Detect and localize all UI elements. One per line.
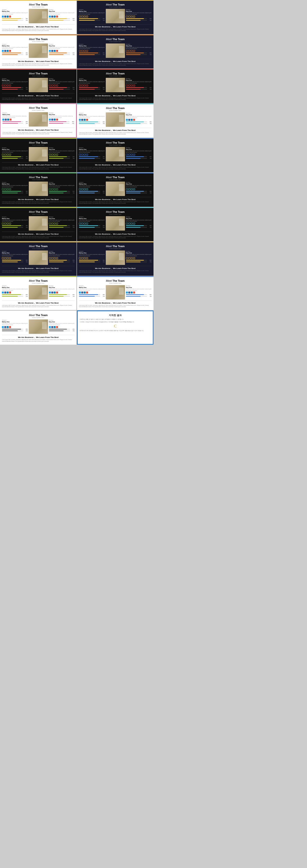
li-19[interactable]: in — [7, 326, 9, 328]
gp-14r[interactable]: g — [133, 223, 135, 224]
fb-18r[interactable]: f — [128, 291, 130, 293]
li-13[interactable]: in — [7, 223, 9, 224]
gp-19r[interactable]: g — [56, 326, 58, 328]
li-3r[interactable]: in — [54, 50, 56, 52]
facebook-icon-2[interactable]: f — [51, 16, 53, 18]
tw-6[interactable]: t — [79, 85, 81, 87]
li-11[interactable]: in — [7, 188, 9, 190]
fb-15[interactable]: f — [4, 257, 6, 259]
tw-12r[interactable]: t — [126, 188, 128, 190]
fb-8r[interactable]: f — [128, 119, 130, 121]
li-7r[interactable]: in — [54, 119, 56, 121]
li-15r[interactable]: in — [54, 257, 56, 259]
tw-8[interactable]: t — [79, 119, 81, 121]
tw-10r[interactable]: t — [126, 154, 128, 156]
google-icon-d2r[interactable]: g — [133, 16, 135, 18]
linkedin-icon-2[interactable]: in — [54, 16, 56, 18]
fb-13r[interactable]: f — [51, 223, 53, 224]
li-15[interactable]: in — [7, 257, 9, 259]
twitter-icon-2[interactable]: t — [49, 16, 51, 18]
gp-13r[interactable]: g — [56, 223, 58, 224]
gp-16r[interactable]: g — [133, 257, 135, 259]
gp-18r[interactable]: g — [133, 291, 135, 293]
gp-7r[interactable]: g — [56, 119, 58, 121]
gp-15[interactable]: g — [9, 257, 11, 259]
tw-3r[interactable]: t — [49, 50, 51, 52]
li-17[interactable]: in — [7, 291, 9, 293]
li-4r[interactable]: in — [131, 50, 133, 52]
li-3[interactable]: in — [7, 50, 9, 52]
facebook-icon[interactable]: f — [4, 16, 6, 18]
li-7[interactable]: in — [7, 119, 9, 121]
fb-4r[interactable]: f — [128, 50, 130, 52]
twitter-icon[interactable]: t — [2, 16, 4, 18]
google-icon-d2[interactable]: g — [86, 16, 88, 18]
tw-13[interactable]: t — [2, 223, 4, 224]
fb-12[interactable]: f — [81, 188, 83, 190]
li-18r[interactable]: in — [131, 291, 133, 293]
li-14r[interactable]: in — [131, 223, 133, 224]
li-17r[interactable]: in — [54, 291, 56, 293]
li-16[interactable]: in — [84, 257, 86, 259]
gp-5[interactable]: g — [9, 85, 11, 87]
tw-19[interactable]: t — [2, 326, 4, 328]
li-5[interactable]: in — [7, 85, 9, 87]
gp-4r[interactable]: g — [133, 50, 135, 52]
fb-7r[interactable]: f — [51, 119, 53, 121]
tw-4r[interactable]: t — [126, 50, 128, 52]
li-6[interactable]: in — [84, 85, 86, 87]
li-10r[interactable]: in — [131, 154, 133, 156]
fb-5r[interactable]: f — [51, 85, 53, 87]
gp-14[interactable]: g — [86, 223, 88, 224]
facebook-icon-d2[interactable]: f — [81, 16, 83, 18]
gp-8r[interactable]: g — [133, 119, 135, 121]
tw-7r[interactable]: t — [49, 119, 51, 121]
gp-19[interactable]: g — [9, 326, 11, 328]
fb-7[interactable]: f — [5, 119, 7, 121]
li-16r[interactable]: in — [131, 257, 133, 259]
linkedin-icon[interactable]: in — [7, 16, 9, 18]
gp-8[interactable]: g — [86, 119, 88, 121]
fb-16[interactable]: f — [81, 257, 83, 259]
li-4[interactable]: in — [84, 50, 86, 52]
fb-10[interactable]: f — [81, 154, 83, 156]
fb-9[interactable]: f — [4, 154, 6, 156]
li-9[interactable]: in — [7, 154, 9, 156]
fb-11r[interactable]: f — [51, 188, 53, 190]
gp-12[interactable]: g — [86, 188, 88, 190]
gp-4[interactable]: g — [86, 50, 88, 52]
fb-17[interactable]: f — [4, 291, 6, 293]
tw-19r[interactable]: t — [49, 326, 51, 328]
tw-11r[interactable]: t — [49, 188, 51, 190]
fb-15r[interactable]: f — [51, 257, 53, 259]
tw-17[interactable]: t — [2, 291, 4, 293]
tw-16r[interactable]: t — [126, 257, 128, 259]
gp-7[interactable]: g — [9, 119, 11, 121]
gp-11r[interactable]: g — [56, 188, 58, 190]
li-10[interactable]: in — [84, 154, 86, 156]
li-19r[interactable]: in — [54, 326, 56, 328]
fb-3r[interactable]: f — [51, 50, 53, 52]
google-icon-2[interactable]: g — [56, 16, 58, 18]
tw-9r[interactable]: t — [49, 154, 51, 156]
twitter-icon-d2r[interactable]: t — [126, 16, 128, 18]
li-12r[interactable]: in — [131, 188, 133, 190]
tw-11[interactable]: t — [2, 188, 4, 190]
tw-5r[interactable]: t — [49, 85, 51, 87]
tw-3[interactable]: t — [2, 50, 4, 52]
gp-10[interactable]: g — [86, 154, 88, 156]
li-5r[interactable]: in — [54, 85, 56, 87]
tw-15r[interactable]: t — [49, 257, 51, 259]
fb-5[interactable]: f — [4, 85, 6, 87]
li-11r[interactable]: in — [54, 188, 56, 190]
gp-15r[interactable]: g — [56, 257, 58, 259]
tw-17r[interactable]: t — [49, 291, 51, 293]
fb-4[interactable]: f — [81, 50, 83, 52]
twitter-icon-d2[interactable]: t — [79, 16, 81, 18]
tw-10[interactable]: t — [79, 154, 81, 156]
tw-18[interactable]: t — [79, 291, 81, 293]
fb-6r[interactable]: f — [128, 85, 130, 87]
gp-6[interactable]: g — [86, 85, 88, 87]
li-8[interactable]: in — [84, 119, 86, 121]
li-13r[interactable]: in — [54, 223, 56, 224]
